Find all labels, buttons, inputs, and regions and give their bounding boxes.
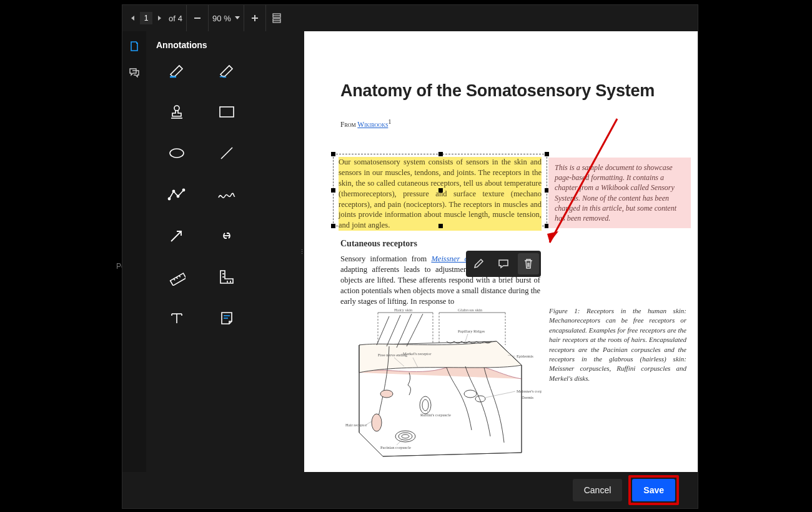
resize-handle-bm[interactable] [438, 224, 443, 228]
svg-point-15 [168, 198, 170, 199]
info-callout: This is a sample document to showcase pa… [548, 158, 691, 228]
svg-line-14 [221, 148, 232, 159]
zoom-out-button[interactable] [191, 11, 204, 25]
tool-highlighter[interactable] [166, 61, 187, 80]
svg-line-54 [407, 314, 423, 346]
svg-text:Ruffini's corpuscle: Ruffini's corpuscle [420, 413, 451, 417]
resize-handle-tl[interactable] [331, 152, 335, 156]
svg-point-17 [177, 195, 179, 197]
figure-caption: Figure 1: Receptors in the human skin: M… [549, 306, 686, 383]
svg-text:Pacinian corpuscle: Pacinian corpuscle [380, 445, 411, 449]
resize-handle-ml[interactable] [331, 188, 335, 193]
document-viewport[interactable]: ⋮ Anatomy of the Somatosensory System Fr… [304, 31, 698, 472]
tool-ruler[interactable] [166, 268, 187, 286]
section-heading: Cutaneous receptors [340, 239, 417, 249]
svg-marker-3 [235, 16, 240, 19]
svg-point-13 [170, 149, 184, 158]
zoom-select[interactable]: 90 % [209, 5, 244, 31]
svg-point-55 [372, 414, 382, 431]
cancel-button[interactable]: Cancel [573, 479, 623, 501]
zoom-value: 90 % [212, 14, 231, 23]
tool-line[interactable] [216, 144, 237, 163]
doc-source-line: From Wikibooks1 [340, 118, 698, 128]
svg-text:Papillary Ridges: Papillary Ridges [458, 329, 485, 333]
svg-point-10 [174, 106, 179, 111]
resize-handle-tr[interactable] [545, 152, 549, 156]
svg-text:Hair receptor: Hair receptor [345, 423, 367, 427]
next-page-button[interactable] [152, 11, 166, 25]
tool-pen[interactable] [216, 61, 237, 80]
layout-group [266, 5, 287, 31]
pdf-page: Anatomy of the Somatosensory System From… [304, 31, 698, 472]
panel-title: Annotations [156, 40, 295, 50]
body: Annotations [122, 31, 698, 472]
page-layout-button[interactable] [270, 11, 284, 25]
page-number-input[interactable] [140, 12, 152, 24]
rail-comments-tab[interactable] [128, 66, 141, 79]
resize-handle-tm[interactable] [438, 152, 443, 156]
svg-point-16 [172, 190, 174, 192]
chevron-down-icon [235, 16, 240, 20]
svg-line-65 [465, 334, 468, 341]
page-of-label: of [169, 14, 176, 23]
zoom-out-group [187, 5, 209, 31]
tool-note[interactable] [216, 309, 237, 328]
svg-point-56 [380, 390, 393, 398]
svg-text:Meissner's corpuscle: Meissner's corpuscle [517, 389, 542, 393]
skin-diagram: Hairy skin Glabrous skin [340, 305, 542, 460]
tool-stamp[interactable] [166, 103, 187, 121]
zoom-in-button[interactable] [248, 11, 262, 25]
tool-text[interactable] [166, 309, 187, 328]
svg-marker-1 [158, 16, 161, 21]
svg-line-52 [387, 315, 400, 346]
svg-marker-0 [131, 16, 134, 21]
tool-arrow[interactable] [166, 226, 187, 245]
popup-comment-button[interactable] [493, 253, 514, 274]
highlighted-text: Our somatosensory system consists of sen… [339, 157, 542, 231]
tool-polyline[interactable] [166, 185, 187, 204]
doc-title: Anatomy of the Somatosensory System [340, 81, 698, 101]
svg-rect-12 [220, 107, 234, 117]
tool-rectangle[interactable] [216, 103, 237, 121]
save-button-highlight: Save [628, 475, 679, 505]
top-toolbar: of 4 90 % [122, 5, 698, 31]
page-nav-group: of 4 [122, 5, 187, 31]
page-total-label: 4 [178, 14, 182, 23]
svg-text:Epidermis: Epidermis [517, 354, 533, 358]
svg-text:Merkel's receptor: Merkel's receptor [403, 351, 432, 356]
tool-freehand[interactable] [216, 185, 237, 204]
svg-line-19 [171, 231, 181, 241]
save-button[interactable]: Save [632, 479, 675, 501]
prev-page-button[interactable] [126, 11, 140, 25]
highlight-selection[interactable]: Our somatosensory system consists of sen… [333, 154, 547, 226]
svg-text:Glabrous skin: Glabrous skin [458, 308, 483, 313]
left-rail [122, 31, 146, 472]
dialog-footer: Cancel Save [122, 472, 698, 508]
svg-text:Hairy skin: Hairy skin [394, 308, 413, 313]
svg-text:Dermis: Dermis [522, 395, 534, 399]
popup-delete-button[interactable] [518, 253, 539, 274]
resize-handle-bl[interactable] [331, 224, 335, 228]
svg-point-18 [182, 189, 184, 191]
svg-line-51 [377, 316, 389, 345]
rotate-handle[interactable] [438, 188, 443, 193]
svg-marker-36 [547, 231, 558, 243]
pdf-editor-dialog: of 4 90 % [122, 4, 698, 509]
annotation-context-menu [466, 251, 541, 277]
tool-ellipse[interactable] [166, 144, 187, 163]
wikibooks-link[interactable]: Wikibooks [357, 121, 388, 128]
popup-edit-button[interactable] [468, 253, 489, 274]
annotations-panel: Annotations [146, 31, 304, 472]
zoom-in-group [244, 5, 266, 31]
tool-square-ruler[interactable] [216, 268, 237, 286]
rail-annotations-tab[interactable] [128, 40, 141, 53]
svg-rect-21 [171, 273, 186, 286]
tool-link[interactable] [216, 226, 237, 245]
